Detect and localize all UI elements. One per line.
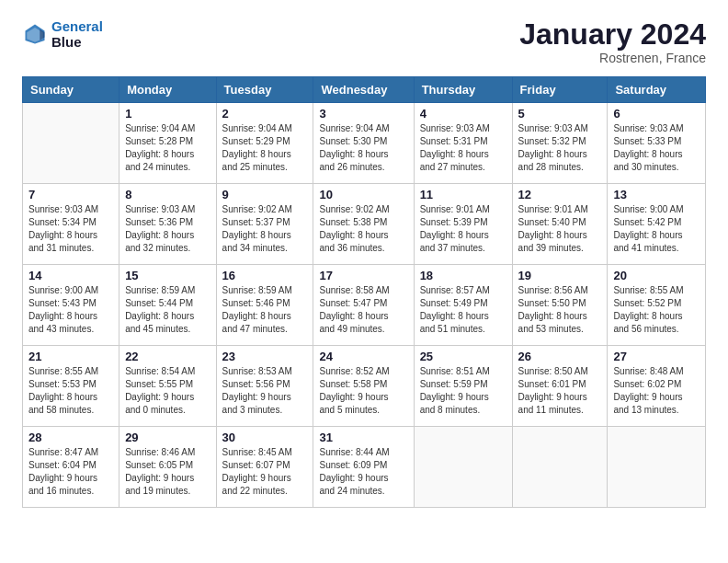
day-number: 22 [125,350,210,363]
day-info: Sunrise: 8:55 AMSunset: 5:53 PMDaylight:… [28,365,113,417]
calendar-cell: 15Sunrise: 8:59 AMSunset: 5:44 PMDayligh… [119,265,216,346]
page: General Blue January 2024 Rostrenen, Fra… [0,0,728,523]
week-row-5: 28Sunrise: 8:47 AMSunset: 6:04 PMDayligh… [23,427,706,508]
day-info: Sunrise: 9:01 AMSunset: 5:39 PMDaylight:… [420,203,506,255]
calendar-cell: 5Sunrise: 9:03 AMSunset: 5:32 PMDaylight… [512,103,608,184]
day-info: Sunrise: 9:03 AMSunset: 5:31 PMDaylight:… [420,122,506,174]
col-header-sunday: Sunday [23,77,119,103]
calendar-cell: 30Sunrise: 8:45 AMSunset: 6:07 PMDayligh… [216,427,313,508]
day-info: Sunrise: 8:58 AMSunset: 5:47 PMDaylight:… [319,284,407,336]
day-number: 3 [319,107,407,121]
day-number: 12 [518,188,602,201]
calendar-cell [414,427,512,508]
title-block: January 2024 Rostrenen, France [519,18,706,65]
day-number: 5 [518,107,602,121]
day-number: 27 [613,350,700,363]
main-title: January 2024 [519,18,706,51]
day-info: Sunrise: 9:00 AMSunset: 5:43 PMDaylight:… [28,284,113,336]
day-info: Sunrise: 9:01 AMSunset: 5:40 PMDaylight:… [518,203,602,255]
day-info: Sunrise: 8:45 AMSunset: 6:07 PMDaylight:… [222,446,308,498]
calendar-cell: 11Sunrise: 9:01 AMSunset: 5:39 PMDayligh… [414,184,512,265]
calendar-cell: 10Sunrise: 9:02 AMSunset: 5:38 PMDayligh… [313,184,414,265]
calendar-cell: 17Sunrise: 8:58 AMSunset: 5:47 PMDayligh… [313,265,414,346]
day-number: 28 [28,431,113,444]
day-number: 7 [28,188,113,201]
header: General Blue January 2024 Rostrenen, Fra… [22,18,706,65]
day-number: 15 [125,269,210,282]
day-info: Sunrise: 9:02 AMSunset: 5:38 PMDaylight:… [319,203,407,255]
col-header-thursday: Thursday [414,77,512,103]
calendar-cell: 24Sunrise: 8:52 AMSunset: 5:58 PMDayligh… [313,346,414,427]
day-info: Sunrise: 8:51 AMSunset: 5:59 PMDaylight:… [420,365,506,417]
calendar-cell: 26Sunrise: 8:50 AMSunset: 6:01 PMDayligh… [512,346,608,427]
day-info: Sunrise: 9:03 AMSunset: 5:33 PMDaylight:… [613,122,700,174]
logo-line1: General [51,18,103,34]
logo-icon [22,21,48,47]
day-info: Sunrise: 8:56 AMSunset: 5:50 PMDaylight:… [518,284,602,336]
calendar-cell: 22Sunrise: 8:54 AMSunset: 5:55 PMDayligh… [119,346,216,427]
day-number: 24 [319,350,407,363]
calendar-cell: 16Sunrise: 8:59 AMSunset: 5:46 PMDayligh… [216,265,313,346]
day-info: Sunrise: 8:50 AMSunset: 6:01 PMDaylight:… [518,365,602,417]
day-number: 4 [420,107,506,121]
day-info: Sunrise: 9:04 AMSunset: 5:29 PMDaylight:… [222,122,308,174]
calendar-cell [512,427,608,508]
calendar-cell: 8Sunrise: 9:03 AMSunset: 5:36 PMDaylight… [119,184,216,265]
day-info: Sunrise: 9:00 AMSunset: 5:42 PMDaylight:… [613,203,700,255]
day-info: Sunrise: 8:57 AMSunset: 5:49 PMDaylight:… [420,284,506,336]
calendar-cell: 19Sunrise: 8:56 AMSunset: 5:50 PMDayligh… [512,265,608,346]
calendar-cell: 28Sunrise: 8:47 AMSunset: 6:04 PMDayligh… [23,427,119,508]
calendar-cell: 7Sunrise: 9:03 AMSunset: 5:34 PMDaylight… [23,184,119,265]
calendar-cell: 6Sunrise: 9:03 AMSunset: 5:33 PMDaylight… [608,103,706,184]
day-number: 16 [222,269,308,282]
day-info: Sunrise: 9:04 AMSunset: 5:28 PMDaylight:… [125,122,210,174]
calendar-header-row: SundayMondayTuesdayWednesdayThursdayFrid… [23,77,706,103]
day-info: Sunrise: 9:02 AMSunset: 5:37 PMDaylight:… [222,203,308,255]
calendar-cell: 2Sunrise: 9:04 AMSunset: 5:29 PMDaylight… [216,103,313,184]
day-info: Sunrise: 9:04 AMSunset: 5:30 PMDaylight:… [319,122,407,174]
week-row-3: 14Sunrise: 9:00 AMSunset: 5:43 PMDayligh… [23,265,706,346]
day-number: 18 [420,269,506,282]
col-header-friday: Friday [512,77,608,103]
day-info: Sunrise: 8:48 AMSunset: 6:02 PMDaylight:… [613,365,700,417]
calendar-cell: 29Sunrise: 8:46 AMSunset: 6:05 PMDayligh… [119,427,216,508]
day-number: 31 [319,431,407,444]
day-number: 13 [613,188,700,201]
day-number: 26 [518,350,602,363]
day-number: 30 [222,431,308,444]
calendar-cell: 27Sunrise: 8:48 AMSunset: 6:02 PMDayligh… [608,346,706,427]
calendar-cell: 25Sunrise: 8:51 AMSunset: 5:59 PMDayligh… [414,346,512,427]
week-row-1: 1Sunrise: 9:04 AMSunset: 5:28 PMDaylight… [23,103,706,184]
calendar-cell: 1Sunrise: 9:04 AMSunset: 5:28 PMDaylight… [119,103,216,184]
day-number: 25 [420,350,506,363]
logo-text: General Blue [51,18,103,51]
day-number: 20 [613,269,700,282]
day-number: 2 [222,107,308,121]
calendar-cell: 23Sunrise: 8:53 AMSunset: 5:56 PMDayligh… [216,346,313,427]
calendar-cell: 4Sunrise: 9:03 AMSunset: 5:31 PMDaylight… [414,103,512,184]
day-number: 10 [319,188,407,201]
day-info: Sunrise: 8:53 AMSunset: 5:56 PMDaylight:… [222,365,308,417]
day-info: Sunrise: 8:44 AMSunset: 6:09 PMDaylight:… [319,446,407,498]
col-header-wednesday: Wednesday [313,77,414,103]
day-info: Sunrise: 8:55 AMSunset: 5:52 PMDaylight:… [613,284,700,336]
day-info: Sunrise: 9:03 AMSunset: 5:34 PMDaylight:… [28,203,113,255]
calendar-cell: 14Sunrise: 9:00 AMSunset: 5:43 PMDayligh… [23,265,119,346]
day-info: Sunrise: 8:46 AMSunset: 6:05 PMDaylight:… [125,446,210,498]
col-header-tuesday: Tuesday [216,77,313,103]
day-number: 14 [28,269,113,282]
day-info: Sunrise: 8:54 AMSunset: 5:55 PMDaylight:… [125,365,210,417]
col-header-saturday: Saturday [608,77,706,103]
calendar-cell: 12Sunrise: 9:01 AMSunset: 5:40 PMDayligh… [512,184,608,265]
day-info: Sunrise: 8:47 AMSunset: 6:04 PMDaylight:… [28,446,113,498]
day-number: 23 [222,350,308,363]
day-info: Sunrise: 9:03 AMSunset: 5:36 PMDaylight:… [125,203,210,255]
col-header-monday: Monday [119,77,216,103]
day-number: 11 [420,188,506,201]
calendar-cell: 9Sunrise: 9:02 AMSunset: 5:37 PMDaylight… [216,184,313,265]
day-info: Sunrise: 9:03 AMSunset: 5:32 PMDaylight:… [518,122,602,174]
calendar-cell: 21Sunrise: 8:55 AMSunset: 5:53 PMDayligh… [23,346,119,427]
day-number: 1 [125,107,210,121]
logo: General Blue [22,18,103,51]
day-info: Sunrise: 8:59 AMSunset: 5:46 PMDaylight:… [222,284,308,336]
